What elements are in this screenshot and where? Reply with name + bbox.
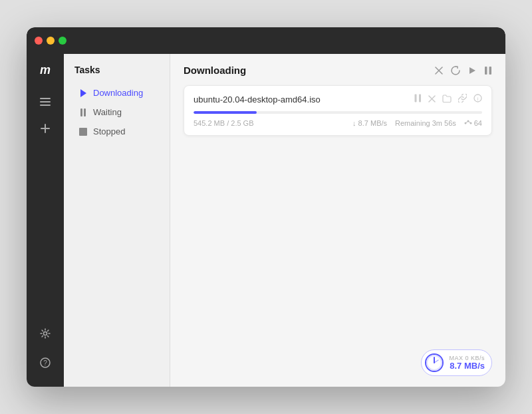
close-all-button[interactable] [435, 67, 443, 75]
nav-waiting-label: Waiting [93, 107, 122, 117]
help-icon: ? [40, 357, 51, 368]
play-icon [78, 89, 88, 98]
svg-line-23 [468, 121, 471, 123]
download-item-header: ubuntu-20.04-desktop-amd64.iso [194, 94, 482, 104]
nav-stopped-label: Stopped [93, 126, 125, 136]
main-header: Downloading [184, 65, 492, 76]
svg-rect-11 [485, 67, 487, 75]
sidebar: m [27, 54, 64, 387]
item-link-button[interactable] [458, 94, 467, 104]
svg-text:i: i [477, 96, 479, 102]
menu-button[interactable] [33, 90, 57, 114]
svg-rect-13 [415, 95, 417, 103]
refresh-button[interactable] [451, 66, 460, 75]
svg-rect-4 [41, 128, 50, 129]
progress-bar-fill [194, 111, 257, 114]
svg-line-22 [466, 121, 468, 123]
download-speed: ↓ 8.7 MB/s [352, 119, 387, 127]
app-body: m [27, 54, 505, 387]
sidebar-item-downloading[interactable]: Downloading [68, 83, 166, 103]
minimize-button[interactable] [47, 37, 55, 45]
speed-gauge-icon [425, 353, 444, 372]
stop-icon [78, 127, 88, 136]
titlebar [27, 27, 505, 54]
download-connections: 64 [464, 119, 482, 127]
add-icon [41, 124, 50, 133]
info-icon: i [473, 94, 482, 103]
svg-rect-0 [40, 98, 51, 99]
pause-all-button[interactable] [484, 66, 492, 75]
refresh-icon [451, 66, 460, 75]
close-icon [435, 67, 443, 75]
start-icon [468, 67, 476, 75]
download-filename: ubuntu-20.04-desktop-amd64.iso [194, 95, 321, 104]
progress-bar-container [194, 111, 482, 114]
help-button[interactable]: ? [33, 351, 57, 375]
sidebar-item-stopped[interactable]: Stopped [68, 122, 166, 141]
maximize-button[interactable] [59, 37, 66, 45]
svg-text:?: ? [43, 359, 47, 367]
settings-icon [40, 328, 51, 339]
download-stats: ↓ 8.7 MB/s Remaining 3m 56s 64 [352, 119, 482, 127]
item-pause-button[interactable] [414, 94, 422, 104]
speed-current: 8.7 MB/s [450, 361, 485, 371]
pause-all-icon [484, 66, 492, 75]
start-all-button[interactable] [468, 67, 476, 75]
speed-info: MAX 0 KB/s 8.7 MB/s [449, 355, 485, 371]
download-size: 545.2 MB / 2.5 GB [194, 119, 254, 127]
item-pause-icon [414, 94, 422, 103]
svg-rect-2 [40, 104, 51, 106]
download-item-actions: i [414, 94, 482, 104]
item-close-icon [428, 95, 436, 103]
page-title: Downloading [184, 65, 246, 76]
settings-button[interactable] [33, 321, 57, 345]
download-card: ubuntu-20.04-desktop-amd64.iso [184, 85, 492, 136]
nav-header: Tasks [64, 65, 170, 83]
pause-icon [78, 108, 88, 117]
logo-text: m [40, 63, 51, 77]
svg-rect-1 [40, 101, 51, 103]
item-folder-button[interactable] [442, 95, 452, 104]
app-logo: m [35, 59, 56, 81]
nav-downloading-label: Downloading [93, 88, 143, 98]
svg-rect-14 [419, 95, 421, 103]
item-close-button[interactable] [428, 95, 436, 104]
svg-marker-10 [469, 67, 475, 74]
item-info-button[interactable]: i [473, 94, 482, 104]
link-icon [458, 94, 467, 103]
download-remaining: Remaining 3m 56s [395, 119, 456, 127]
sidebar-bottom: ? [33, 320, 57, 381]
folder-icon [442, 95, 452, 103]
traffic-lights [35, 37, 66, 45]
svg-point-5 [44, 332, 47, 335]
nav-panel: Tasks Downloading Waiting [64, 54, 170, 387]
app-window: m [27, 27, 505, 387]
add-button[interactable] [33, 116, 57, 140]
speed-circle [425, 353, 444, 372]
download-meta: 545.2 MB / 2.5 GB ↓ 8.7 MB/s Remaining 3… [194, 119, 482, 127]
sidebar-item-waiting[interactable]: Waiting [68, 103, 166, 122]
main-content: Downloading [170, 54, 505, 387]
menu-icon [40, 98, 51, 106]
connections-icon [464, 120, 472, 126]
speed-widget[interactable]: MAX 0 KB/s 8.7 MB/s [421, 349, 492, 376]
close-button[interactable] [35, 37, 43, 45]
svg-rect-12 [489, 67, 492, 75]
main-actions [435, 66, 492, 75]
